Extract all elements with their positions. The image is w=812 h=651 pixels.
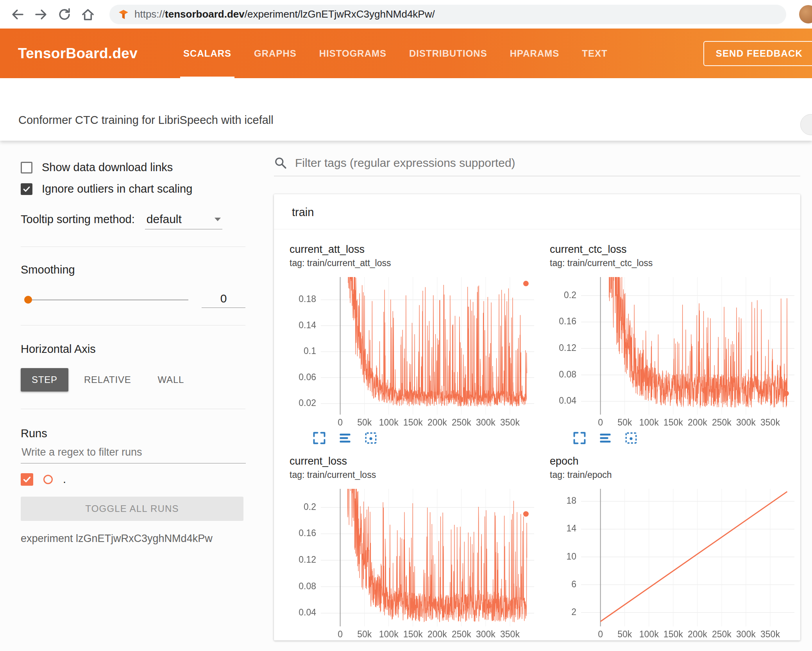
content: Show data download links Ignore outliers… — [0, 141, 812, 651]
divider — [21, 247, 245, 247]
train-card: train current_att_loss tag: train/curren… — [274, 194, 800, 640]
nav-tabs: SCALARS GRAPHS HISTOGRAMS DISTRIBUTIONS … — [172, 29, 619, 78]
run-checkbox-checked-icon[interactable] — [21, 473, 33, 486]
axis-wall-button[interactable]: WALL — [147, 368, 195, 392]
axis-step-button[interactable]: STEP — [21, 368, 68, 392]
forward-icon[interactable] — [34, 7, 48, 22]
tab-histograms[interactable]: HISTOGRAMS — [308, 29, 398, 78]
chevron-down-icon — [215, 218, 221, 221]
run-color-circle-icon[interactable] — [43, 475, 53, 484]
horizontal-axis-label: Horizontal Axis — [21, 343, 249, 356]
checkbox-checked-icon[interactable] — [21, 183, 32, 195]
tag-group-title[interactable]: train — [274, 194, 800, 229]
app-header: TensorBoard.dev SCALARS GRAPHS HISTOGRAM… — [0, 29, 812, 78]
smoothing-slider-knob[interactable] — [24, 296, 32, 304]
view-data-icon[interactable] — [338, 431, 352, 445]
chart-current-ctc-loss: current_ctc_loss tag: train/current_ctc_… — [550, 243, 803, 445]
chart-current-att-loss: current_att_loss tag: train/current_att_… — [290, 243, 543, 445]
run-row[interactable]: . — [21, 473, 249, 486]
runs-filter-input[interactable] — [21, 440, 246, 463]
main-panel: train current_att_loss tag: train/curren… — [249, 141, 812, 651]
back-icon[interactable] — [10, 7, 25, 22]
smoothing-value-input[interactable] — [202, 292, 245, 308]
url-path: /experiment/lzGnETjwRxC3yghNMd4kPw/ — [245, 8, 435, 20]
line-chart-canvas[interactable] — [550, 484, 800, 640]
search-icon — [274, 156, 287, 170]
tooltip-sorting-select[interactable]: default — [145, 213, 222, 229]
run-name: . — [63, 473, 66, 486]
experiment-title-bar: Conformer CTC training for LibriSpeech w… — [0, 78, 812, 141]
tab-scalars[interactable]: SCALARS — [172, 29, 243, 78]
runs-section: Runs . TOGGLE ALL RUNS experiment lzGnET… — [21, 427, 249, 545]
horizontal-axis-section: Horizontal Axis STEP RELATIVE WALL — [21, 343, 249, 392]
ignore-outliers-label: Ignore outliers in chart scaling — [42, 182, 192, 195]
tooltip-sorting-label: Tooltip sorting method: — [21, 213, 135, 226]
url-domain: tensorboard.dev — [165, 8, 245, 20]
smoothing-section: Smoothing — [21, 263, 249, 308]
divider — [21, 409, 245, 409]
tooltip-sorting-row: Tooltip sorting method: default — [21, 213, 249, 229]
fit-domain-icon[interactable] — [624, 431, 638, 445]
chart-toolbar — [312, 431, 543, 445]
chart-epoch: epoch tag: train/epoch — [550, 455, 803, 640]
ignore-outliers-checkbox-row[interactable]: Ignore outliers in chart scaling — [21, 182, 249, 195]
expand-chart-icon[interactable] — [572, 431, 587, 445]
browser-avatar[interactable] — [799, 5, 812, 23]
axis-relative-button[interactable]: RELATIVE — [73, 368, 142, 392]
help-button[interactable] — [800, 114, 812, 135]
chart-tag: tag: train/current_loss — [290, 470, 543, 480]
chart-tag: tag: train/current_ctc_loss — [550, 258, 803, 268]
divider — [21, 325, 245, 326]
show-download-links-label: Show data download links — [42, 161, 173, 174]
tab-hparams[interactable]: HPARAMS — [499, 29, 571, 78]
checkbox-unchecked-icon[interactable] — [21, 162, 32, 173]
charts-grid: current_att_loss tag: train/current_att_… — [274, 229, 800, 640]
chart-title: epoch — [550, 455, 803, 467]
line-chart-canvas[interactable] — [290, 484, 540, 640]
tab-graphs[interactable]: GRAPHS — [243, 29, 308, 78]
show-download-links-checkbox-row[interactable]: Show data download links — [21, 161, 249, 174]
chart-current-loss: current_loss tag: train/current_loss — [290, 455, 543, 640]
view-data-icon[interactable] — [598, 431, 612, 445]
chart-tag: tag: train/current_att_loss — [290, 258, 543, 268]
toggle-all-runs-button[interactable]: TOGGLE ALL RUNS — [21, 497, 243, 521]
filter-tags-input[interactable] — [295, 156, 800, 170]
fit-domain-icon[interactable] — [364, 431, 378, 445]
tab-text[interactable]: TEXT — [571, 29, 619, 78]
settings-sidebar: Show data download links Ignore outliers… — [0, 141, 249, 651]
tooltip-sorting-value: default — [147, 213, 182, 226]
browser-chrome: https://tensorboard.dev/experiment/lzGnE… — [0, 0, 812, 29]
experiment-title: Conformer CTC training for LibriSpeech w… — [18, 114, 274, 127]
smoothing-slider[interactable] — [25, 299, 188, 300]
smoothing-label: Smoothing — [21, 263, 249, 276]
tab-distributions[interactable]: DISTRIBUTIONS — [398, 29, 499, 78]
tensorboard-favicon — [118, 9, 129, 20]
reload-icon[interactable] — [57, 7, 72, 22]
chart-tag: tag: train/epoch — [550, 470, 803, 480]
line-chart-canvas[interactable] — [290, 272, 540, 429]
chart-title: current_ctc_loss — [550, 243, 803, 256]
chart-title: current_loss — [290, 455, 543, 467]
brand-logo: TensorBoard.dev — [18, 45, 138, 62]
url-scheme: https:// — [134, 8, 165, 20]
line-chart-canvas[interactable] — [550, 272, 800, 429]
experiment-id-label: experiment lzGnETjwRxC3yghNMd4kPw — [21, 533, 249, 545]
chart-title: current_att_loss — [290, 243, 543, 256]
url-text: https://tensorboard.dev/experiment/lzGnE… — [134, 8, 435, 20]
expand-chart-icon[interactable] — [312, 431, 326, 445]
filter-tags-row — [274, 156, 800, 176]
runs-label: Runs — [21, 427, 249, 440]
address-bar[interactable]: https://tensorboard.dev/experiment/lzGnE… — [109, 5, 786, 24]
home-icon[interactable] — [80, 7, 95, 22]
send-feedback-button[interactable]: SEND FEEDBACK — [703, 41, 812, 66]
chart-toolbar — [572, 431, 803, 445]
